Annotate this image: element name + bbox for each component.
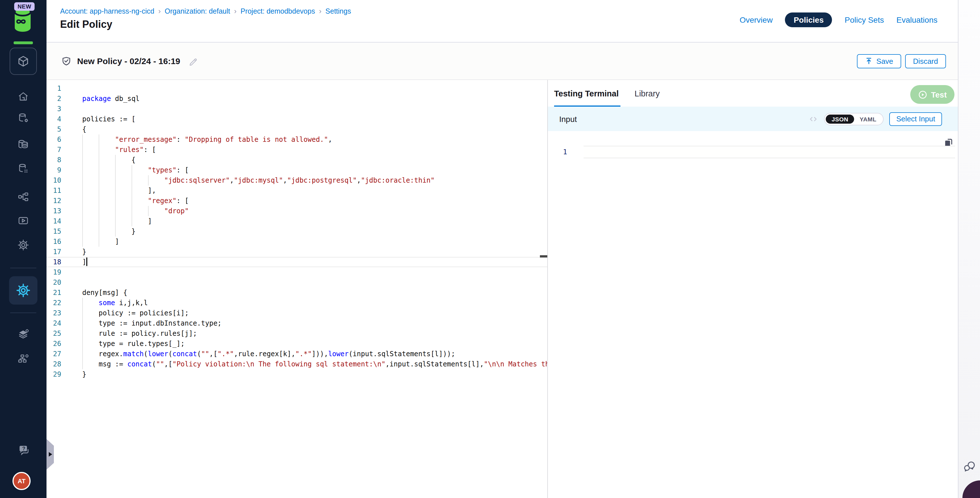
code-line-13[interactable]: 13 "drop" — [46, 206, 547, 216]
sidebar-item-database-schema[interactable] — [17, 162, 30, 175]
code-line-28[interactable]: 28 msg := concat("",["Policy violation:\… — [46, 359, 547, 369]
format-option-json[interactable]: JSON — [826, 114, 854, 123]
top-nav: Overview Policies Policy Sets Evaluation… — [740, 13, 937, 27]
line-number: 28 — [46, 359, 61, 369]
sidebar-item-help[interactable]: ? — [17, 443, 32, 458]
select-input-button[interactable]: Select Input — [889, 112, 942, 126]
code-line-29[interactable]: 29} — [46, 369, 547, 379]
code-line-4[interactable]: 4policies := [ — [46, 114, 547, 124]
line-number: 27 — [46, 349, 61, 359]
code-line-26[interactable]: 26 type = rule.types[_]; — [46, 339, 547, 349]
tab-overview[interactable]: Overview — [740, 15, 773, 24]
layers-gear-icon — [17, 328, 30, 340]
module-selector[interactable] — [10, 48, 37, 75]
tab-testing-terminal[interactable]: Testing Terminal — [554, 80, 619, 107]
code-line-27[interactable]: 27 regex.match(lower(concat("",[".*",rul… — [46, 349, 547, 359]
tab-evaluations[interactable]: Evaluations — [896, 15, 937, 24]
code-text: } — [82, 226, 135, 237]
code-line-21[interactable]: 21deny[msg] { — [46, 288, 547, 298]
breadcrumb-organization[interactable]: Organization: default — [165, 7, 230, 15]
code-text: { — [82, 124, 86, 134]
code-line-3[interactable]: 3 — [46, 104, 547, 114]
sidebar-item-home[interactable] — [17, 90, 30, 103]
code-line-2[interactable]: 2package db_sql — [46, 94, 547, 104]
line-number: 17 — [46, 247, 61, 257]
code-line-24[interactable]: 24 type := input.dbInstance.type; — [46, 318, 547, 328]
code-line-18[interactable]: 18] — [46, 257, 547, 267]
code-line-11[interactable]: 11 ], — [46, 186, 547, 196]
line-number: 21 — [46, 288, 61, 298]
line-number: 12 — [46, 196, 61, 206]
code-text: type := input.dbInstance.type; — [82, 318, 221, 328]
expand-code-icon[interactable] — [808, 114, 819, 124]
code-line-12[interactable]: 12 "regex": [ — [46, 196, 547, 206]
code-text: "rules": [ — [82, 145, 156, 155]
save-button[interactable]: Save — [857, 54, 901, 68]
breadcrumb-separator: › — [319, 7, 321, 15]
edit-pencil-icon[interactable] — [188, 56, 198, 66]
code-line-14[interactable]: 14 ] — [46, 216, 547, 226]
code-line-16[interactable]: 16 ] — [46, 237, 547, 247]
sidebar-item-database-instances[interactable] — [17, 138, 30, 150]
line-number: 26 — [46, 339, 61, 349]
code-line-8[interactable]: 8 { — [46, 155, 547, 165]
code-line-5[interactable]: 5{ — [46, 124, 547, 134]
code-text: msg := concat("",["Policy violation:\n T… — [82, 359, 547, 369]
cube-icon — [16, 54, 30, 68]
line-number: 25 — [46, 328, 61, 339]
code-line-22[interactable]: 22 some i,j,k,l — [46, 298, 547, 308]
new-badge: NEW — [14, 2, 35, 11]
line-number: 20 — [46, 277, 61, 288]
sidebar-item-settings[interactable] — [17, 239, 30, 251]
code-text: package db_sql — [82, 94, 140, 104]
sidebar-item-database-settings[interactable] — [17, 112, 30, 124]
toolbar-actions: Save Discard — [857, 54, 946, 68]
code-line-10[interactable]: 10 "jdbc:sqlserver","jdbc:mysql","jdbc:p… — [46, 175, 547, 186]
code-line-9[interactable]: 9 "types": [ — [46, 165, 547, 175]
line-number: 8 — [46, 155, 61, 165]
code-line-20[interactable]: 20 — [46, 277, 547, 288]
code-line-7[interactable]: 7 "rules": [ — [46, 145, 547, 155]
code-line-1[interactable]: 1 — [46, 83, 547, 94]
code-text: } — [82, 247, 86, 257]
input-editor[interactable]: 1 — [548, 131, 958, 498]
code-text: "drop" — [82, 206, 189, 216]
code-line-15[interactable]: 15 } — [46, 226, 547, 237]
line-number: 14 — [46, 216, 61, 226]
tab-policy-sets[interactable]: Policy Sets — [845, 15, 884, 24]
breadcrumb-settings[interactable]: Settings — [326, 7, 351, 15]
breadcrumb-project[interactable]: Project: demodbdevops — [240, 7, 315, 15]
test-button[interactable]: Test — [910, 85, 955, 104]
input-current-line[interactable] — [584, 146, 955, 158]
code-line-6[interactable]: 6 "error_message": "Dropping of table is… — [46, 134, 547, 145]
code-line-19[interactable]: 19 — [46, 267, 547, 277]
policy-code-editor[interactable]: 12package db_sql34policies := [5{6 "erro… — [46, 80, 547, 498]
dbdevops-logo[interactable] — [13, 7, 32, 35]
code-line-23[interactable]: 23 policy := policies[i]; — [46, 308, 547, 318]
text-cursor — [86, 258, 87, 266]
format-option-yaml[interactable]: YAML — [854, 114, 882, 123]
code-lines-container: 12package db_sql34policies := [5{6 "erro… — [46, 83, 547, 379]
sidebar-item-environments[interactable] — [17, 328, 30, 340]
code-line-25[interactable]: 25 rule := policy.rules[j]; — [46, 328, 547, 339]
overview-ruler-cursor-mark — [540, 255, 547, 258]
tab-library[interactable]: Library — [635, 80, 660, 107]
sidebar-divider — [10, 268, 36, 268]
upload-icon — [865, 57, 873, 65]
code-text: rule := policy.rules[j]; — [82, 328, 197, 339]
home-icon — [17, 90, 30, 103]
support-chat-icon[interactable] — [963, 460, 977, 474]
discard-button[interactable]: Discard — [905, 54, 946, 68]
editor-area: 12package db_sql34policies := [5{6 "erro… — [46, 80, 958, 498]
avatar[interactable]: AT — [13, 472, 30, 490]
code-text: policies := [ — [82, 114, 135, 124]
sidebar-item-executions[interactable] — [17, 215, 30, 227]
tab-policies[interactable]: Policies — [785, 13, 832, 27]
breadcrumb-account[interactable]: Account: app-harness-ng-cicd — [60, 7, 154, 15]
sidebar-item-pipelines[interactable] — [17, 191, 30, 203]
sidebar-item-project-settings-active[interactable] — [9, 276, 37, 305]
code-line-17[interactable]: 17} — [46, 247, 547, 257]
format-toggle[interactable]: JSON YAML — [824, 113, 884, 125]
testing-panel-tabs: Testing Terminal Library — [554, 80, 660, 107]
sidebar-item-org-settings[interactable] — [17, 352, 30, 365]
